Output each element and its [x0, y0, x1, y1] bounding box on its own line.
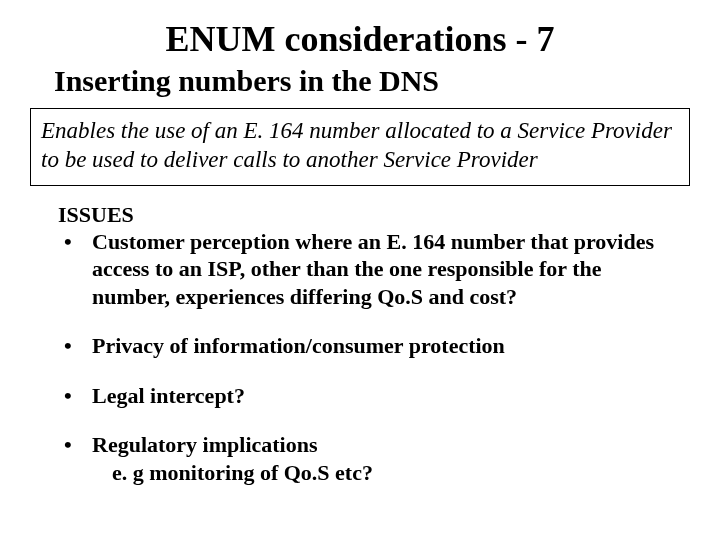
list-item: Legal intercept? [58, 382, 678, 410]
list-item-subtext: e. g monitoring of Qo.S etc? [92, 459, 678, 487]
list-item: Privacy of information/consumer protecti… [58, 332, 678, 360]
list-item-text: Privacy of information/consumer protecti… [92, 333, 505, 358]
slide-subtitle: Inserting numbers in the DNS [54, 64, 690, 98]
slide: ENUM considerations - 7 Inserting number… [0, 0, 720, 540]
list-item-text: Customer perception where an E. 164 numb… [92, 229, 654, 309]
issues-heading: ISSUES [58, 202, 678, 228]
issues-list: Customer perception where an E. 164 numb… [58, 228, 678, 487]
list-item: Customer perception where an E. 164 numb… [58, 228, 678, 311]
list-item: Regulatory implications e. g monitoring … [58, 431, 678, 486]
list-item-text: Legal intercept? [92, 383, 245, 408]
list-item-text: Regulatory implications [92, 432, 318, 457]
issues-block: ISSUES Customer perception where an E. 1… [30, 202, 690, 487]
summary-box: Enables the use of an E. 164 number allo… [30, 108, 690, 186]
slide-title: ENUM considerations - 7 [30, 18, 690, 60]
